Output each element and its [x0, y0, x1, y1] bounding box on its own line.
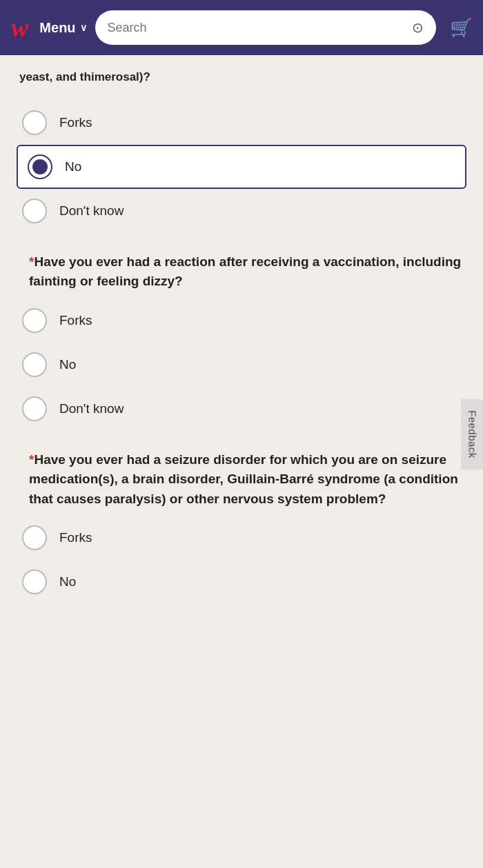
- menu-label: Menu: [39, 20, 75, 36]
- question3-radio-group: Forks No: [19, 516, 464, 604]
- q3-forks-radio[interactable]: [22, 525, 47, 550]
- q2-dontknow-radio[interactable]: [22, 396, 47, 421]
- menu-button[interactable]: Menu ∨: [39, 20, 86, 36]
- cart-icon[interactable]: 🛒: [450, 17, 472, 39]
- q3-no-label: No: [59, 574, 76, 589]
- question2-radio-group: Forks No Don't know: [19, 299, 464, 431]
- q1-dontknow-radio[interactable]: [22, 199, 47, 223]
- main-content: yeast, and thimerosal)? Forks No Don't k…: [0, 55, 483, 623]
- search-input[interactable]: [108, 21, 405, 35]
- walgreens-logo: w: [11, 12, 28, 43]
- q1-forks-radio[interactable]: [22, 110, 47, 135]
- feedback-tab[interactable]: Feedback: [462, 399, 483, 470]
- question1-radio-group: Forks No Don't know: [19, 101, 464, 233]
- q1-forks-option[interactable]: Forks: [19, 101, 464, 145]
- question3-section: *Have you ever had a seizure disorder fo…: [19, 450, 464, 509]
- q2-no-radio[interactable]: [22, 352, 47, 377]
- question3-body: Have you ever had a seizure disorder for…: [29, 452, 458, 506]
- q2-forks-option[interactable]: Forks: [19, 299, 464, 343]
- question2-section: *Have you ever had a reaction after rece…: [19, 252, 464, 292]
- q1-no-label: No: [65, 159, 81, 174]
- question2-text: *Have you ever had a reaction after rece…: [19, 252, 464, 292]
- q3-no-radio[interactable]: [22, 569, 47, 594]
- q1-dontknow-label: Don't know: [59, 203, 124, 219]
- q3-forks-label: Forks: [59, 530, 92, 545]
- q3-forks-option[interactable]: Forks: [19, 516, 464, 560]
- q2-no-option[interactable]: No: [19, 343, 464, 387]
- q1-dontknow-option[interactable]: Don't know: [19, 189, 464, 233]
- q1-no-radio[interactable]: [28, 154, 52, 179]
- question2-body: Have you ever had a reaction after recei…: [29, 254, 461, 289]
- partial-question-text: yeast, and thimerosal)?: [19, 69, 464, 85]
- q2-dontknow-option[interactable]: Don't know: [19, 387, 464, 431]
- search-bar: ⊙: [95, 10, 436, 45]
- header: w Menu ∨ ⊙ 🛒: [0, 0, 483, 55]
- chevron-down-icon: ∨: [80, 22, 87, 33]
- q2-forks-radio[interactable]: [22, 308, 47, 333]
- q1-no-option[interactable]: No: [17, 145, 466, 189]
- q1-forks-label: Forks: [59, 115, 92, 130]
- q2-dontknow-label: Don't know: [59, 401, 124, 416]
- q2-no-label: No: [59, 357, 76, 372]
- q2-forks-label: Forks: [59, 313, 92, 328]
- q3-no-option[interactable]: No: [19, 560, 464, 604]
- question3-text: *Have you ever had a seizure disorder fo…: [19, 450, 464, 509]
- search-icon: ⊙: [412, 19, 424, 36]
